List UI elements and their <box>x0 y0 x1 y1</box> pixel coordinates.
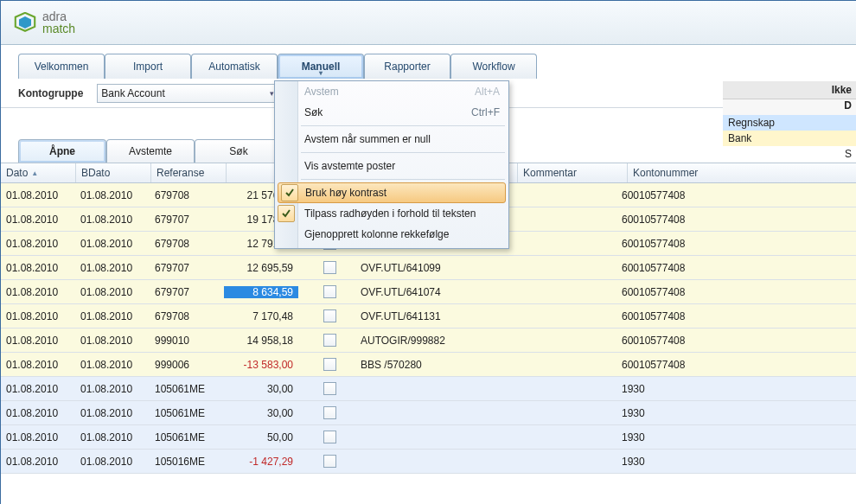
col-bdato[interactable]: BDato <box>76 163 151 182</box>
tab-label: Automatisk <box>208 61 259 73</box>
menu-label: Avstem når summen er null <box>304 133 431 145</box>
tab-automatisk[interactable]: Automatisk <box>191 54 278 79</box>
menu-hoy-kontrast[interactable]: Bruk høy kontrast <box>278 182 506 203</box>
table-row[interactable]: 01.08.201001.08.20106797087 170,48OVF.UT… <box>1 304 856 329</box>
table-row[interactable]: 01.08.201001.08.2010105016ME-1 427,29193… <box>1 450 856 474</box>
row-checkbox[interactable] <box>298 406 355 419</box>
menu-separator <box>301 152 505 153</box>
menu-label: Vis avstemte poster <box>304 160 395 172</box>
vtab-sok[interactable]: Søk <box>195 139 283 163</box>
summary-sub: D <box>723 99 856 115</box>
table-row[interactable]: 01.08.201001.08.2010105061ME50,001930 <box>1 425 856 450</box>
cell: 50,00 <box>224 431 298 443</box>
col-kontonummer[interactable]: Kontonummer <box>628 163 728 182</box>
vtab-avstemte[interactable]: Avstemte <box>106 139 195 163</box>
cell: 01.08.2010 <box>1 262 75 274</box>
col-kommentar[interactable]: Kommentar <box>518 163 628 182</box>
cell: 01.08.2010 <box>1 335 75 347</box>
cell: 999010 <box>150 335 224 347</box>
kontogruppe-select[interactable]: Bank Account ▾ <box>97 84 278 103</box>
cell: 01.08.2010 <box>75 431 150 443</box>
row-checkbox[interactable] <box>298 334 355 347</box>
table-row[interactable]: 01.08.201001.08.20106797078 634,59OVF.UT… <box>1 280 856 304</box>
cell: -1 427,29 <box>224 456 298 468</box>
brand-line2: match <box>42 22 75 35</box>
cell: 01.08.2010 <box>75 310 150 322</box>
menu-label: Bruk høy kontrast <box>305 187 386 199</box>
cell: 679708 <box>150 238 224 250</box>
menu-separator <box>301 125 505 126</box>
tab-velkommen[interactable]: Velkommen <box>18 54 105 79</box>
cell: 01.08.2010 <box>1 359 75 371</box>
cell: 01.08.2010 <box>1 310 75 322</box>
vtab-label: Avstemte <box>129 145 172 157</box>
checkbox-icon <box>323 285 336 298</box>
menu-sok[interactable]: Søk Ctrl+F <box>275 102 508 123</box>
brand-logo: adra match <box>13 10 75 35</box>
table-row[interactable]: 01.08.201001.08.2010105061ME30,001930 <box>1 401 856 425</box>
vtab-apne[interactable]: Åpne <box>18 139 106 163</box>
tab-import[interactable]: Import <box>105 54 191 79</box>
menu-rekkefolge[interactable]: Gjenopprett kolonne rekkefølge <box>275 224 508 245</box>
col-label: Kontonummer <box>633 167 698 179</box>
svg-marker-1 <box>19 16 31 29</box>
row-checkbox[interactable] <box>298 309 355 322</box>
table-row[interactable]: 01.08.201001.08.201067970712 695,59OVF.U… <box>1 256 856 280</box>
col-label: BDato <box>81 167 110 179</box>
row-checkbox[interactable] <box>298 382 355 395</box>
brand-text: adra match <box>42 10 75 35</box>
checkbox-icon <box>323 334 336 347</box>
sort-asc-icon: ▲ <box>31 169 38 177</box>
cell: 14 958,18 <box>224 335 298 347</box>
row-checkbox[interactable] <box>298 358 355 371</box>
cell: 105016ME <box>150 456 224 468</box>
cell: 8 634,59 <box>224 286 298 298</box>
cell: -13 583,00 <box>224 359 298 371</box>
col-dato[interactable]: Dato▲ <box>1 163 76 182</box>
table-row[interactable]: 01.08.201001.08.2010105061ME30,001930 <box>1 377 856 401</box>
cell: 1930 <box>616 431 717 443</box>
menu-label: Avstem <box>304 86 339 98</box>
tab-manuell[interactable]: Manuell▾ <box>278 54 364 79</box>
col-referanse[interactable]: Referanse <box>151 163 227 182</box>
cell: 999006 <box>150 359 224 371</box>
menu-vis-avstemte[interactable]: Vis avstemte poster <box>275 156 508 176</box>
cell: 12 695,59 <box>224 262 298 274</box>
cell: 01.08.2010 <box>1 286 75 298</box>
cell: 105061ME <box>150 431 224 443</box>
tab-workflow[interactable]: Workflow <box>450 54 537 79</box>
cell: 01.08.2010 <box>75 359 150 371</box>
row-checkbox[interactable] <box>298 261 355 274</box>
row-checkbox[interactable] <box>298 285 355 298</box>
menu-radhoyde[interactable]: Tilpass radhøyden i forhold til teksten <box>275 203 508 224</box>
chevron-down-icon: ▾ <box>319 69 323 77</box>
tab-rapporter[interactable]: Rapporter <box>364 54 450 79</box>
cell: 01.08.2010 <box>75 262 150 274</box>
cell: 01.08.2010 <box>75 238 150 250</box>
menu-shortcut: Ctrl+F <box>471 106 500 118</box>
main-tabs: Velkommen Import Automatisk Manuell▾ Rap… <box>18 54 856 80</box>
cell: 01.08.2010 <box>75 335 150 347</box>
cell: 60010577408 <box>616 238 717 250</box>
cell: 60010577408 <box>616 214 717 226</box>
cell: 01.08.2010 <box>1 383 75 395</box>
row-checkbox[interactable] <box>298 455 355 468</box>
summary-regnskap: Regnskap <box>723 115 856 131</box>
check-icon <box>281 184 298 201</box>
tab-label: Rapporter <box>384 61 430 73</box>
menu-separator <box>301 179 505 180</box>
cell: BBS /570280 <box>355 359 508 371</box>
cell: 01.08.2010 <box>75 456 150 468</box>
cell: 679707 <box>150 286 224 298</box>
cell: 105061ME <box>150 407 224 419</box>
summary-head: Ikke <box>723 81 856 99</box>
table-row[interactable]: 01.08.201001.08.2010999006-13 583,00BBS … <box>1 353 856 377</box>
row-checkbox[interactable] <box>298 431 355 443</box>
kontogruppe-value: Bank Account <box>101 87 164 99</box>
table-row[interactable]: 01.08.201001.08.201099901014 958,18AUTOG… <box>1 329 856 353</box>
cell: 30,00 <box>224 407 298 419</box>
cell: 01.08.2010 <box>75 189 150 201</box>
menu-avstem-null[interactable]: Avstem når summen er null <box>275 129 508 150</box>
vtab-label: Åpne <box>49 145 75 157</box>
menu-avstem[interactable]: Avstem Alt+A <box>275 81 508 102</box>
